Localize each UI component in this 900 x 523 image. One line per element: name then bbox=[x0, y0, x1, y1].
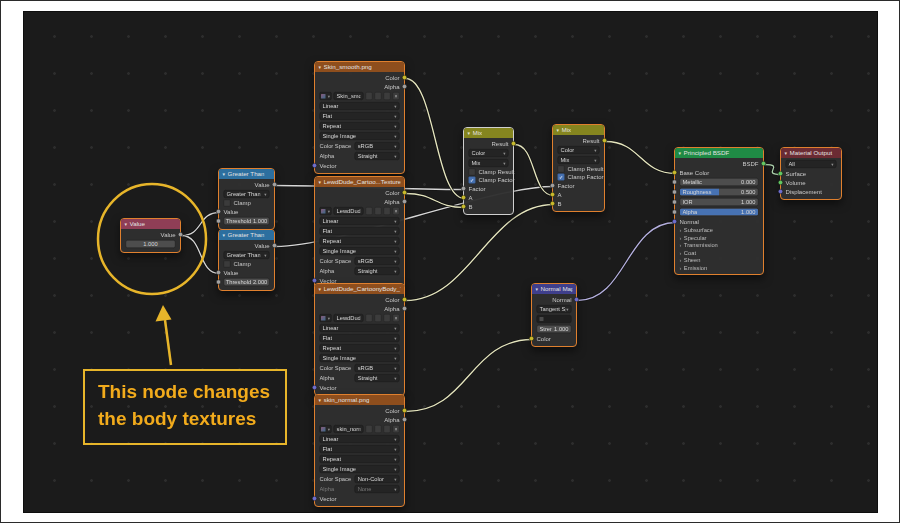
collapse-icon[interactable]: ▾ bbox=[468, 130, 471, 136]
checkbox-clamp-result[interactable] bbox=[558, 166, 565, 173]
output-socket-out[interactable] bbox=[272, 182, 277, 187]
dropdown-greater-than[interactable]: Greater Than▾ bbox=[224, 251, 270, 259]
copy-button[interactable] bbox=[375, 207, 382, 215]
input-socket-ior[interactable] bbox=[672, 200, 677, 205]
slider-strength[interactable]: Strength1.000 bbox=[537, 325, 572, 333]
node-header-value[interactable]: ▾Value bbox=[121, 219, 180, 229]
dropdown-color-space[interactable]: sRGB▾ bbox=[355, 364, 400, 372]
node-header-nmap[interactable]: ▾Normal Map bbox=[532, 284, 576, 294]
dropdown-linear[interactable]: Linear▾ bbox=[320, 102, 400, 110]
node-header-gt1[interactable]: ▾Greater Than bbox=[219, 169, 274, 179]
collapse-icon[interactable]: ▾ bbox=[557, 127, 560, 133]
node-gt2[interactable]: ▾Greater ThanValueGreater Than▾ClampValu… bbox=[218, 229, 275, 291]
copy-button[interactable] bbox=[375, 92, 382, 100]
output-socket-color[interactable] bbox=[402, 190, 407, 195]
output-socket-alpha[interactable] bbox=[402, 199, 407, 204]
output-socket-result[interactable] bbox=[511, 141, 516, 146]
collapse-icon[interactable]: ▾ bbox=[679, 150, 682, 156]
node-canvas[interactable]: ▾ValueValue1.000▾Greater ThanValueGreate… bbox=[23, 11, 878, 513]
dropdown-single-image[interactable]: Single Image▾ bbox=[320, 247, 400, 255]
input-socket-threshold[interactable] bbox=[216, 280, 221, 285]
input-socket-a[interactable] bbox=[550, 192, 555, 197]
dropdown-flat[interactable]: Flat▾ bbox=[320, 445, 400, 453]
checkbox-clamp-factor[interactable]: ✓ bbox=[469, 177, 476, 184]
dropdown-alpha[interactable]: Straight▾ bbox=[355, 267, 400, 275]
input-socket-roughness[interactable] bbox=[672, 190, 677, 195]
collapse-icon[interactable]: ▾ bbox=[785, 150, 788, 156]
dropdown-greater-than[interactable]: Greater Than▾ bbox=[224, 190, 270, 198]
node-tex_normal[interactable]: ▾skin_normal.pngColorAlpha▾skin_normal.p… bbox=[314, 394, 405, 507]
image-name-field[interactable]: skin_normal.png bbox=[334, 425, 364, 433]
node-header-tex_normal[interactable]: ▾skin_normal.png bbox=[315, 395, 404, 405]
output-socket-out[interactable] bbox=[178, 232, 183, 237]
collapse-icon[interactable]: ▾ bbox=[319, 179, 322, 185]
input-socket-vector[interactable] bbox=[312, 385, 317, 390]
expand-panel-icon[interactable]: › bbox=[680, 264, 682, 270]
node-tex_v1[interactable]: ▾LewdDude_Cartoo...Texture_v1.png.001Col… bbox=[314, 176, 405, 289]
node-gt1[interactable]: ▾Greater ThanValueGreater Than▾ClampValu… bbox=[218, 168, 275, 230]
unlink-button[interactable]: × bbox=[393, 314, 400, 322]
node-header-out[interactable]: ▾Material Output bbox=[781, 148, 841, 158]
fake-user-button[interactable] bbox=[366, 207, 373, 215]
dropdown-repeat[interactable]: Repeat▾ bbox=[320, 237, 400, 245]
input-socket-normal[interactable] bbox=[672, 219, 677, 224]
output-socket-alpha[interactable] bbox=[402, 84, 407, 89]
copy-button[interactable] bbox=[375, 314, 382, 322]
dropdown-single-image[interactable]: Single Image▾ bbox=[320, 354, 400, 362]
input-socket-factor[interactable] bbox=[461, 186, 466, 191]
fake-user-button[interactable] bbox=[366, 314, 373, 322]
output-socket-color[interactable] bbox=[402, 75, 407, 80]
uv-map-field[interactable] bbox=[537, 315, 572, 323]
image-thumbnail[interactable]: ▾ bbox=[320, 425, 332, 433]
unlink-button[interactable]: × bbox=[393, 425, 400, 433]
input-socket-displacement[interactable] bbox=[778, 189, 783, 194]
input-socket-vector[interactable] bbox=[312, 496, 317, 501]
open-image-button[interactable] bbox=[384, 92, 391, 100]
node-tex_smooth[interactable]: ▾Skin_smooth.pngColorAlpha▾Skin_smooth.p… bbox=[314, 61, 405, 174]
node-header-bsdf[interactable]: ▾Principled BSDF bbox=[675, 148, 763, 158]
value-field[interactable]: Threshold 2.000 bbox=[224, 278, 270, 286]
dropdown-linear[interactable]: Linear▾ bbox=[320, 324, 400, 332]
dropdown-color-space[interactable]: sRGB▾ bbox=[355, 257, 400, 265]
output-socket-alpha[interactable] bbox=[402, 417, 407, 422]
value-field[interactable]: 1.000 bbox=[126, 240, 176, 248]
dropdown-alpha[interactable]: Straight▾ bbox=[355, 152, 400, 160]
dropdown-single-image[interactable]: Single Image▾ bbox=[320, 465, 400, 473]
output-socket-bsdf[interactable] bbox=[761, 161, 766, 166]
input-socket-basecolor[interactable] bbox=[672, 170, 677, 175]
dropdown-alpha[interactable]: None▾ bbox=[355, 485, 400, 493]
output-socket-color[interactable] bbox=[402, 297, 407, 302]
fake-user-button[interactable] bbox=[366, 425, 373, 433]
input-socket-color[interactable] bbox=[529, 336, 534, 341]
dropdown-color[interactable]: Color▾ bbox=[469, 149, 509, 157]
expand-panel-icon[interactable]: › bbox=[680, 249, 682, 255]
node-header-tex_smooth[interactable]: ▾Skin_smooth.png bbox=[315, 62, 404, 72]
dropdown-alpha[interactable]: Straight▾ bbox=[355, 374, 400, 382]
expand-panel-icon[interactable]: › bbox=[680, 257, 682, 263]
checkbox-clamp-result[interactable] bbox=[469, 169, 476, 176]
checkbox-clamp[interactable] bbox=[224, 261, 231, 268]
collapse-icon[interactable]: ▾ bbox=[319, 64, 322, 70]
dropdown-repeat[interactable]: Repeat▾ bbox=[320, 455, 400, 463]
node-header-gt2[interactable]: ▾Greater Than bbox=[219, 230, 274, 240]
image-name-field[interactable]: LewdDude_Cart... bbox=[334, 207, 364, 215]
node-bsdf[interactable]: ▾Principled BSDFBSDFBase ColorMetallic0.… bbox=[674, 147, 764, 275]
node-out[interactable]: ▾Material OutputAll▾SurfaceVolumeDisplac… bbox=[780, 147, 842, 200]
output-socket-color[interactable] bbox=[402, 408, 407, 413]
slider-alpha[interactable]: Alpha1.000 bbox=[680, 208, 759, 216]
dropdown-color[interactable]: Color▾ bbox=[558, 146, 600, 154]
open-image-button[interactable] bbox=[384, 314, 391, 322]
dropdown-flat[interactable]: Flat▾ bbox=[320, 112, 400, 120]
output-socket-out[interactable] bbox=[272, 243, 277, 248]
input-socket-alpha[interactable] bbox=[672, 210, 677, 215]
fake-user-button[interactable] bbox=[366, 92, 373, 100]
slider-ior[interactable]: IOR1.000 bbox=[680, 198, 759, 206]
node-header-tex_v2[interactable]: ▾LewdDude_CartoonyBody_Texture_v2... bbox=[315, 284, 404, 294]
node-nmap[interactable]: ▾Normal MapNormalTangent Space▾Strength1… bbox=[531, 283, 577, 347]
node-header-mix2[interactable]: ▾Mix bbox=[553, 125, 604, 135]
dropdown-mix[interactable]: Mix▾ bbox=[469, 159, 509, 167]
collapse-icon[interactable]: ▾ bbox=[223, 232, 226, 238]
image-thumbnail[interactable]: ▾ bbox=[320, 92, 332, 100]
input-socket-threshold[interactable] bbox=[216, 219, 221, 224]
node-tex_v2[interactable]: ▾LewdDude_CartoonyBody_Texture_v2...Colo… bbox=[314, 283, 405, 396]
